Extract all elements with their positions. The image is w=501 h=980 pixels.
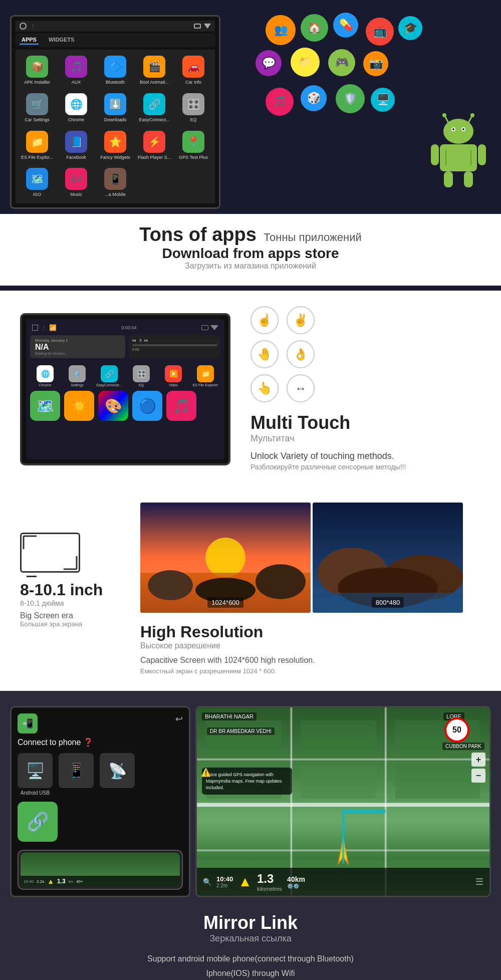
mini-dist: 2.2s: [37, 879, 44, 884]
mt-app-item[interactable]: 🔗 EasyConnecte...: [94, 365, 124, 387]
svg-rect-36: [301, 766, 376, 799]
fancy-icon: ⭐: [104, 131, 126, 153]
mt-app-label: Settings: [71, 383, 83, 387]
list-item[interactable]: 🎬 Boot Animati...: [136, 53, 173, 88]
bubble-icon: 🏠: [301, 14, 328, 42]
resolution-label-2: 800*480: [372, 597, 404, 608]
mt-settings-icon: ⚙️: [69, 365, 86, 382]
list-item[interactable]: ⭐ Fancy Widgets: [97, 128, 134, 163]
mt-app-item[interactable]: 🎛️ EQ: [126, 365, 156, 387]
svg-rect-12: [444, 171, 453, 187]
bubble-icon: 📺: [366, 18, 394, 46]
mini-km-unit: km: [69, 880, 73, 883]
app-label: Music: [70, 192, 82, 197]
tab-widgets[interactable]: WIDGETS: [47, 36, 76, 45]
android-usb-label: Android USB: [21, 790, 50, 796]
gps-km-display: 1.3 kilometres: [257, 872, 282, 892]
list-item[interactable]: ⚡ Flash Player S...: [136, 128, 173, 163]
back-icon: ↩: [175, 713, 183, 733]
zoom-controls[interactable]: + −: [471, 753, 485, 783]
mirror-title: Mirror Link: [20, 912, 481, 933]
mt-topbar: ⋮ 📶 0:00:04: [30, 323, 220, 332]
zoom-in-button[interactable]: +: [471, 753, 485, 767]
mt-dots-icon: ⋮: [41, 325, 46, 331]
list-item[interactable]: 🚗 Car Info: [175, 53, 212, 88]
list-item[interactable]: 🎶 Music: [58, 165, 95, 200]
mt-signal-icon: 📶: [49, 324, 57, 331]
warning-icon: ⚠️: [201, 768, 211, 777]
menu-icon: ☰: [475, 876, 483, 887]
list-item[interactable]: 🗺️ iGO: [19, 165, 56, 200]
chrome-icon: 🌐: [65, 93, 87, 115]
list-item[interactable]: 🎵 AUX: [58, 53, 95, 88]
screen-corner-icon: [22, 534, 79, 571]
screen-size-icon: [20, 533, 80, 573]
igo-icon: 🗺️: [26, 168, 48, 190]
apps-headline: Tons of apps: [139, 224, 257, 245]
android-robot-icon: [426, 110, 491, 190]
location-label-4: CUBBON PARK: [442, 743, 484, 750]
list-item[interactable]: 📱 ...a Mobile: [97, 165, 134, 200]
mt-color-big-icon: 🎨: [98, 391, 128, 421]
mt-app-item[interactable]: 🌐 Chrome: [30, 365, 60, 387]
gps-speed-unit: ⚙️⚙️: [287, 883, 305, 889]
apps-headline-row: Tons of apps Тонны приложений: [20, 224, 481, 246]
downloads-icon: ⬇️: [104, 93, 126, 115]
apps-left-col: ⋮ APPS WIDGETS 📦 APK Installer: [0, 10, 250, 214]
resolution-label-1: 1024*600: [207, 597, 243, 608]
location-label-3: DR BR AMBEDKAR VEDHI: [207, 727, 275, 735]
mirror-text-section: Mirror Link Зеркальная ссылка Support an…: [0, 912, 501, 980]
list-item[interactable]: ⬇️ Downloads: [97, 90, 134, 126]
svg-point-1: [442, 113, 446, 117]
list-item[interactable]: 🎛️ EQ: [175, 90, 212, 126]
resolution-left: 8-10.1 inch 8-10,1 дюйма Big Screen era …: [20, 503, 120, 628]
list-item[interactable]: 📍 GPS Test Plus: [175, 128, 212, 163]
tab-apps[interactable]: APPS: [20, 36, 39, 45]
mt-app-item[interactable]: 📁 ES File Explorer: [190, 365, 220, 387]
mirror-title-ru: Зеркальная ссылка: [20, 933, 481, 944]
mt-next-icon: ⏭: [144, 338, 148, 343]
mt-esfile-icon: 📁: [197, 365, 214, 382]
svg-rect-37: [395, 766, 480, 799]
list-item[interactable]: 📁 ES File Explor...: [19, 128, 56, 163]
svg-point-17: [205, 538, 245, 578]
app-label: AUX: [72, 80, 81, 85]
topbar-dots: ⋮: [31, 24, 36, 29]
list-item[interactable]: 🔷 Bluetooth: [97, 53, 134, 88]
car-info-icon: 🚗: [182, 56, 204, 78]
mt-app-item[interactable]: ⚙️ Settings: [62, 365, 92, 387]
zoom-out-button[interactable]: −: [471, 769, 485, 783]
app-label: iGO: [33, 192, 41, 197]
resolution-desc: Capacitive Screen with 1024*600 high res…: [140, 654, 481, 666]
list-item[interactable]: 🛒 Car Settings: [19, 90, 56, 126]
mini-arrow-icon: ▲: [47, 877, 54, 885]
svg-point-7: [452, 128, 454, 130]
list-item[interactable]: 🔗 EasyConnect...: [136, 90, 173, 126]
mt-app-label: EasyConnecte...: [96, 383, 122, 387]
music-icon: 🎶: [65, 168, 87, 190]
gps-km-value: 1.3: [257, 872, 282, 886]
apps-subheadline-ru: Загрузить из магазина приложений: [20, 262, 481, 271]
topbar-tri-icon: [204, 24, 211, 29]
mobile-icon: 📱: [104, 168, 126, 190]
bubble-icon: 🎲: [301, 85, 327, 111]
gps-time-display: 10:40 2.2m: [216, 875, 233, 888]
app-label: Car Info: [185, 80, 201, 85]
multitouch-screen-area: ⋮ 📶 0:00:04 Monday January 1 N/A Waiting…: [20, 313, 230, 465]
mt-app-item[interactable]: ▶️ Video: [158, 365, 188, 387]
list-item[interactable]: 📘 Facebook: [58, 128, 95, 163]
eq-icon: 🎛️: [182, 93, 204, 115]
list-item[interactable]: 🌐 Chrome: [58, 90, 95, 126]
bubble-icon: 🎓: [398, 16, 422, 40]
mt-maps-big-icon: 🗺️: [30, 391, 60, 421]
app-label: ...a Mobile: [105, 192, 126, 197]
gps-km-unit: kilometres: [257, 886, 282, 892]
touch-methods-grid: ☝️ ✌️ 🤚 👌 👆 ↔️: [250, 306, 481, 402]
sunset-scene: [140, 503, 311, 613]
mini-time: 10:40: [24, 879, 34, 884]
app-label: Bluetooth: [106, 80, 125, 85]
list-item[interactable]: 📦 APK Installer: [19, 53, 56, 88]
gps-speed-display: 40km ⚙️⚙️: [287, 875, 305, 889]
mirror-desc-line2: Iphone(IOS) through Wifi: [20, 966, 481, 980]
mt-app-label: Video: [169, 383, 178, 387]
